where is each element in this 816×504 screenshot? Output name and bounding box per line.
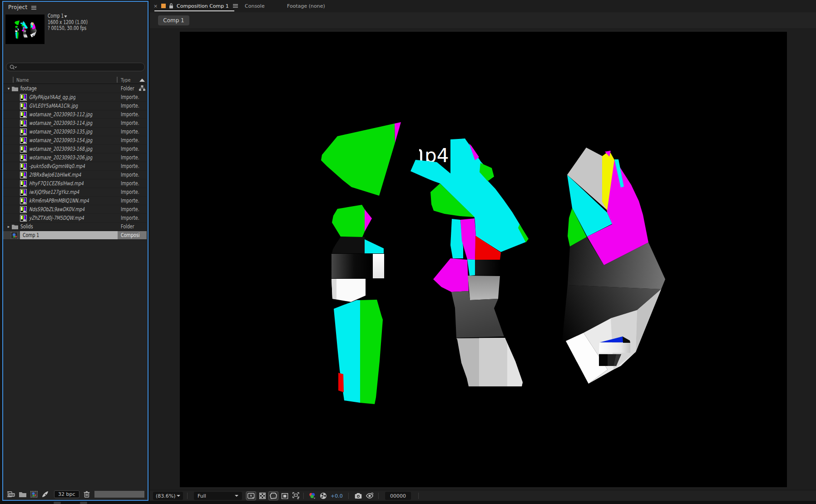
item-name: kRm6mAPBmMBlQ1NN.mp4 — [29, 198, 89, 204]
item-type: Importe. — [121, 110, 142, 119]
zoom-value: (83.6%) — [156, 493, 176, 499]
project-footer-bar: 32 bpc — [3, 489, 147, 499]
footage-thumbnail-icon — [20, 120, 27, 127]
comp-info: Comp 1 1600 x 1200 (1.00) ? 00150, 30.00… — [48, 13, 88, 32]
grid-guides-icon — [292, 492, 299, 499]
lock-icon[interactable] — [169, 3, 173, 9]
toggle-mask-button[interactable] — [280, 491, 290, 500]
timecode-field[interactable]: 00000 — [385, 492, 411, 500]
tab-composition-label[interactable]: Composition Comp 1 — [177, 3, 229, 9]
project-panel: Project — [2, 1, 148, 501]
column-header-name[interactable]: Name — [16, 77, 29, 83]
item-type: Importe. — [121, 171, 142, 179]
project-item-row[interactable]: wotamaze_20230903-135.jpgImporte. — [3, 128, 147, 136]
expand-folder-icon[interactable]: ▸ — [5, 224, 12, 229]
adjust-exposure-button[interactable] — [318, 491, 328, 500]
project-item-row[interactable]: kRm6mAPBmMBlQ1NN.mp4Importe. — [3, 197, 147, 205]
show-snapshot-button[interactable] — [365, 491, 375, 500]
exposure-value[interactable]: +0.0 — [331, 493, 343, 499]
comp-preview-render: p4 — [5, 15, 45, 44]
project-item-row[interactable]: wotamaze_20230903-112.jpgImporte. — [3, 110, 147, 119]
panel-menu-icon[interactable] — [233, 4, 238, 8]
take-snapshot-button[interactable] — [353, 491, 363, 500]
folder-icon — [12, 224, 18, 230]
transparency-grid-button[interactable] — [257, 491, 267, 500]
item-name: footage — [20, 85, 37, 92]
timecode-value: 00000 — [390, 493, 406, 499]
item-type: Importe. — [121, 214, 142, 222]
project-item-row[interactable]: HhyF7Q1CEZ6slHwd.mp4Importe. — [3, 179, 147, 188]
collapse-folder-icon[interactable]: ▾ — [5, 86, 12, 91]
column-divider[interactable] — [13, 77, 14, 83]
tab-footage[interactable]: Footage (none) — [287, 0, 325, 12]
column-divider[interactable] — [117, 77, 118, 83]
project-list-header: Name Type — [3, 76, 147, 84]
figure-left — [15, 20, 20, 39]
project-item-row[interactable]: GRyPAjqaYAAd_qg.jpgImporte. — [3, 93, 147, 102]
sort-ascending-icon[interactable] — [139, 79, 145, 82]
project-item-row[interactable]: GVLE0Y5aMAA1CIk.jpgImporte. — [3, 102, 147, 110]
column-header-type[interactable]: Type — [121, 77, 130, 83]
item-type: Importe. — [121, 188, 142, 196]
composition-viewport[interactable]: p4 — [180, 32, 787, 487]
choose-grid-guides-button[interactable] — [291, 491, 301, 500]
viewer-toolbar: (83.6%) Full +0.0 — [150, 490, 816, 501]
figure-left — [321, 122, 401, 404]
project-item-row[interactable]: yZhZTXd0j-7M5DQW.mp4Importe. — [3, 214, 147, 222]
item-type: Folder — [121, 222, 142, 231]
project-item-row[interactable]: wotamaze_20230903-154.jpgImporte. — [3, 136, 147, 145]
item-name: Solids — [20, 223, 33, 230]
eye-gear-icon — [366, 493, 373, 499]
fast-previews-button[interactable] — [246, 491, 256, 500]
project-panel-title[interactable]: Project — [8, 4, 27, 10]
comp-info-dimensions: 1600 x 1200 (1.00) — [48, 20, 88, 26]
item-type: Importe. — [121, 153, 142, 162]
project-item-row[interactable]: ▸SolidsFolder — [3, 222, 147, 231]
region-of-interest-button[interactable] — [268, 491, 278, 500]
project-item-row[interactable]: iwXjQf9se127gYkz.mp4Importe. — [3, 188, 147, 197]
project-item-row[interactable]: 2f8Rx8wJo61bHlwK.mp4Importe. — [3, 171, 147, 179]
render-engine-icon[interactable] — [42, 491, 49, 498]
item-type: Importe. — [121, 128, 142, 136]
project-item-list: ▾footageFolderGRyPAjqaYAAd_qg.jpgImporte… — [3, 84, 147, 240]
hierarchy-icon[interactable] — [139, 85, 145, 92]
project-item-row[interactable]: ▾footageFolder — [3, 84, 147, 93]
figure-right — [30, 22, 37, 38]
comp-info-flyout-icon[interactable] — [64, 15, 67, 18]
panel-menu-icon[interactable] — [31, 6, 36, 10]
folder-icon — [12, 86, 18, 92]
comp-breadcrumb-button[interactable]: Comp 1 — [158, 15, 189, 25]
project-bit-depth-button[interactable]: 32 bpc — [54, 490, 79, 498]
project-item-row[interactable]: Comp 1Composi — [3, 231, 147, 240]
channel-select-button[interactable] — [307, 491, 317, 500]
footage-thumbnail-icon — [20, 198, 27, 204]
resolution-select[interactable]: Full — [194, 492, 242, 500]
figure-middle: p4 — [410, 138, 529, 390]
project-item-row[interactable]: -pukn5o8vGgmnWq0.mp4Importe. — [3, 162, 147, 171]
project-item-row[interactable]: NdsS9ObZL9awDK0V.mp4Importe. — [3, 205, 147, 214]
chevron-down-icon — [235, 495, 238, 497]
delete-item-icon[interactable] — [84, 491, 90, 498]
zoom-select[interactable]: (83.6%) — [153, 492, 183, 500]
project-search-input[interactable] — [6, 63, 145, 71]
new-folder-icon[interactable] — [19, 491, 26, 498]
tab-console[interactable]: Console — [245, 0, 265, 12]
interpret-footage-icon[interactable] — [7, 491, 15, 498]
item-name: -pukn5o8vGgmnWq0.mp4 — [29, 163, 85, 169]
item-name: wotamaze_20230903-135.jpg — [29, 128, 92, 135]
camera-icon — [355, 493, 362, 499]
comp-info-name[interactable]: Comp 1 — [48, 13, 64, 20]
project-item-row[interactable]: wotamaze_20230903-114.jpgImporte. — [3, 119, 147, 128]
item-type: Importe. — [121, 136, 142, 144]
project-item-row[interactable]: wotamaze_20230903-206.jpgImporte. — [3, 153, 147, 162]
viewer-tab-bar: × Composition Comp 1 Console Footage (no… — [150, 0, 816, 12]
project-item-row[interactable]: wotamaze_20230903-168.jpgImporte. — [3, 145, 147, 153]
item-name: wotamaze_20230903-154.jpg — [29, 137, 92, 143]
item-type: Composi — [121, 231, 142, 239]
item-name: HhyF7Q1CEZ6slHwd.mp4 — [29, 180, 84, 187]
rgb-channels-icon — [309, 493, 316, 499]
search-icon[interactable] — [10, 64, 17, 70]
close-tab-icon[interactable]: × — [153, 3, 160, 9]
new-composition-icon[interactable] — [30, 491, 38, 498]
item-name: wotamaze_20230903-114.jpg — [29, 120, 92, 126]
